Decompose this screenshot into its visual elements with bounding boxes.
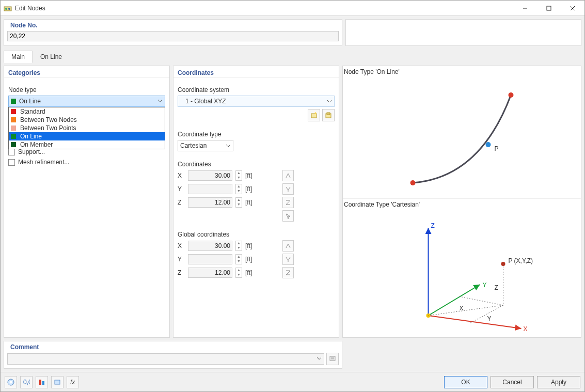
function-button[interactable]: fx — [67, 376, 79, 388]
chevron-down-icon — [327, 99, 332, 104]
svg-rect-35 — [55, 380, 60, 384]
svg-point-2 — [8, 8, 10, 10]
minimize-button[interactable] — [513, 1, 537, 15]
coordinate-type-value: Cartesian — [180, 142, 207, 149]
comment-input[interactable] — [7, 353, 324, 365]
svg-rect-33 — [39, 380, 41, 385]
local-z-input[interactable]: 12.00 — [188, 197, 232, 208]
node-type-diagram: P — [343, 77, 581, 195]
svg-text:Z: Z — [431, 222, 435, 229]
tabs: Main On Line — [4, 50, 581, 62]
svg-line-17 — [429, 316, 521, 328]
svg-rect-7 — [311, 114, 317, 118]
graphics-button[interactable] — [36, 376, 48, 388]
dialog-footer: 0,00 fx OK Cancel Apply — [1, 372, 584, 391]
local-z-spinner[interactable]: ▲▼ — [235, 197, 242, 208]
node-no-panel: Node No. — [4, 19, 342, 46]
node-type-option-on-line[interactable]: On Line — [9, 132, 165, 140]
local-y-input[interactable] — [188, 184, 232, 194]
color-swatch-icon — [11, 109, 16, 114]
help-button[interactable] — [5, 376, 17, 388]
svg-point-11 — [410, 180, 416, 185]
global-x-input[interactable]: 30.00 — [188, 241, 232, 251]
node-type-label: Node type — [8, 86, 165, 93]
axis-y-label: Y — [178, 256, 185, 263]
coordinates-header: Coordinates — [173, 66, 339, 78]
global-z-input[interactable]: 12.00 — [188, 268, 232, 278]
pick-button[interactable] — [51, 376, 64, 388]
tab-on-line[interactable]: On Line — [33, 51, 70, 63]
cancel-button[interactable]: Cancel — [491, 376, 534, 388]
node-type-swatch — [11, 99, 16, 104]
svg-point-12 — [509, 92, 514, 98]
comment-pick-button[interactable] — [326, 353, 339, 365]
edit-coord-system-button[interactable] — [322, 109, 335, 121]
global-z-spinner[interactable]: ▲▼ — [235, 268, 242, 278]
mesh-refinement-checkbox[interactable] — [8, 159, 15, 166]
close-button[interactable] — [561, 1, 584, 15]
top-blank-panel — [345, 19, 581, 46]
app-icon — [4, 4, 12, 12]
comment-header: Comment — [7, 342, 339, 353]
coordinate-type-dropdown[interactable]: Cartesian — [178, 140, 233, 151]
node-type-value: On Line — [19, 98, 41, 105]
global-y-spinner[interactable]: ▲▼ — [235, 254, 242, 264]
coordinates-panel: Coordinates Coordinate system 1 - Global… — [173, 66, 339, 338]
window-title: Edit Nodes — [15, 5, 513, 12]
preview-panel: Node Type 'On Line' P Coordinate Type 'C… — [342, 66, 581, 338]
units-button[interactable]: 0,00 — [20, 376, 33, 388]
mesh-refinement-checkbox-row[interactable]: Mesh refinement... — [8, 159, 165, 166]
svg-text:P: P — [495, 145, 499, 152]
apply-button[interactable]: Apply — [537, 376, 580, 388]
global-y-input[interactable] — [188, 254, 232, 264]
tab-main[interactable]: Main — [4, 51, 33, 63]
svg-text:X: X — [524, 325, 528, 333]
comment-panel: Comment — [4, 341, 342, 369]
support-checkbox-row[interactable]: Support... — [8, 148, 165, 155]
axis-z-label: Z — [178, 199, 185, 206]
svg-text:fx: fx — [70, 379, 75, 386]
local-x-input[interactable]: 30.00 — [188, 170, 232, 181]
titlebar: Edit Nodes — [1, 1, 584, 16]
pick-global-y-button[interactable] — [282, 254, 294, 265]
svg-text:0,00: 0,00 — [23, 379, 30, 386]
local-y-spinner[interactable]: ▲▼ — [235, 184, 242, 194]
maximize-button[interactable] — [537, 1, 561, 15]
pick-x-button[interactable] — [282, 170, 294, 181]
ok-button[interactable]: OK — [444, 376, 487, 388]
axis-x-label: X — [178, 242, 185, 249]
pick-z-button[interactable] — [282, 197, 294, 208]
categories-panel: Categories Node type On Line Standard — [4, 66, 170, 338]
node-type-dropdown[interactable]: On Line Standard Between Two Nodes — [8, 96, 165, 107]
pick-global-x-button[interactable] — [282, 240, 294, 252]
color-swatch-icon — [11, 117, 16, 122]
chevron-down-icon — [317, 356, 322, 361]
node-type-dropdown-list: Standard Between Two Nodes Between Two P… — [8, 107, 165, 149]
support-checkbox[interactable] — [8, 149, 15, 155]
pick-global-z-button[interactable] — [282, 267, 294, 278]
node-type-option-standard[interactable]: Standard — [9, 107, 165, 116]
coordinate-type-label: Coordinate type — [178, 131, 335, 138]
unit-label: [ft] — [245, 172, 259, 179]
global-x-spinner[interactable]: ▲▼ — [235, 241, 242, 251]
mesh-refinement-label: Mesh refinement... — [18, 159, 69, 166]
svg-text:X: X — [460, 305, 464, 312]
svg-rect-34 — [42, 381, 44, 385]
pick-cursor-button[interactable] — [282, 210, 294, 222]
chevron-down-icon — [226, 143, 231, 148]
svg-text:Z: Z — [495, 284, 498, 291]
svg-line-16 — [429, 285, 480, 316]
node-type-option-on-member[interactable]: On Member — [9, 140, 165, 149]
unit-label: [ft] — [245, 269, 259, 276]
node-type-option-between-two-nodes[interactable]: Between Two Nodes — [9, 116, 165, 124]
node-type-option-between-two-points[interactable]: Between Two Points — [9, 124, 165, 132]
coordinate-system-label: Coordinate system — [178, 86, 335, 93]
local-x-spinner[interactable]: ▲▼ — [235, 170, 242, 181]
axis-z-label: Z — [178, 269, 185, 276]
edit-nodes-dialog: Edit Nodes Node No. Main On Line Categor… — [0, 0, 585, 392]
unit-label: [ft] — [245, 242, 259, 249]
pick-y-button[interactable] — [282, 183, 294, 195]
new-coord-system-button[interactable] — [308, 109, 320, 121]
node-no-input[interactable] — [7, 31, 339, 41]
coordinate-system-dropdown[interactable]: 1 - Global XYZ — [178, 96, 335, 107]
